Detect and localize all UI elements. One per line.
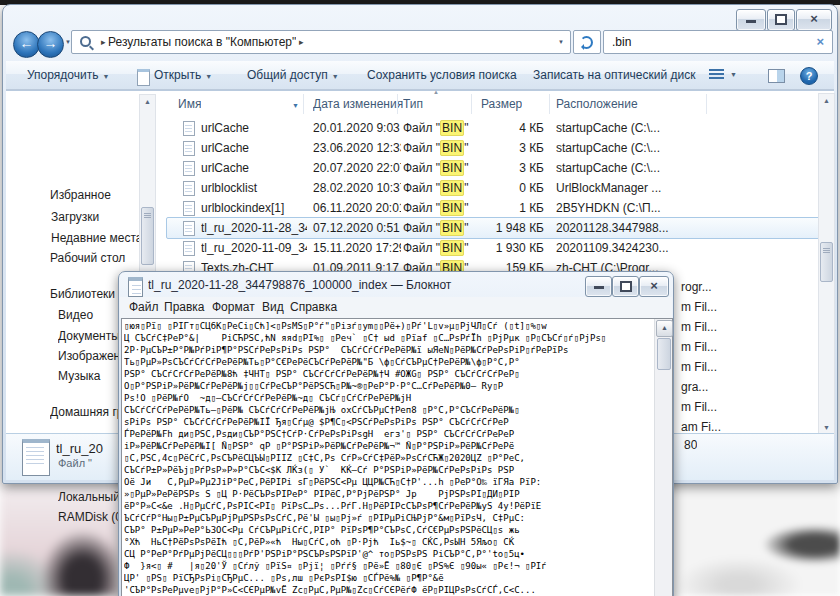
menu-file[interactable]: Файл <box>129 297 159 318</box>
sort-ascending-icon: ▲ <box>433 89 439 95</box>
scrollbar-thumb[interactable] <box>820 242 833 282</box>
maximize-icon <box>620 281 632 292</box>
scroll-up-icon[interactable]: ▲ <box>140 95 155 108</box>
minimize-icon <box>746 20 756 23</box>
details-file-type: Файл " <box>58 457 118 469</box>
hidden-row-location[interactable]: m Fil... <box>681 357 717 377</box>
column-header-location[interactable]: Расположение <box>556 95 638 113</box>
search-box[interactable]: × <box>603 30 833 54</box>
menu-edit[interactable]: Правка <box>164 297 205 318</box>
back-icon: ← <box>20 35 34 51</box>
desktop-wallpaper-right <box>672 482 840 596</box>
scroll-up-icon[interactable]: ▲ <box>656 320 673 337</box>
notepad-menubar: Файл Правка Формат Вид Справка <box>120 297 672 318</box>
notepad-icon <box>128 277 143 297</box>
notepad-window: tl_ru_2020-11-28_344798876_100000_index … <box>118 271 674 596</box>
sidebar-item-favorites[interactable]: ★Избранное <box>50 187 178 204</box>
share-button[interactable]: Общий доступ▼ <box>247 61 339 89</box>
column-header-name[interactable]: Имя <box>178 95 201 113</box>
menu-format[interactable]: Формат <box>212 297 255 318</box>
minimize-button[interactable] <box>736 9 766 31</box>
notepad-text-area[interactable]: ▯юя▯Рї▯ ▯РІГт▯СЦбК▯РеСі▯Сћ]<▯PsMS▯Р°ѓ"▯Р… <box>121 318 673 596</box>
chevron-down-icon: ▼ <box>98 73 109 80</box>
hidden-row-location[interactable]: m Fil... <box>681 337 717 357</box>
chevron-down-icon: ▼ <box>201 73 212 80</box>
hidden-row-location[interactable]: rogr... <box>681 277 712 297</box>
breadcrumb-arrow-icon: ▸ <box>294 31 309 53</box>
filter-dropdown-icon[interactable]: ▼ <box>292 102 299 109</box>
file-icon <box>183 161 195 176</box>
forward-button[interactable]: → <box>37 31 64 58</box>
desktop: × ← → ▼ ▸ Результаты поиска в "Компьютер… <box>0 0 840 596</box>
file-icon <box>183 241 195 256</box>
clear-search-icon[interactable]: × <box>816 34 824 49</box>
search-icon <box>80 36 91 47</box>
notepad-text[interactable]: ▯юя▯Рї▯ ▯РІГт▯СЦбК▯РеСі▯Сћ]<▯PsMS▯Р°ѓ"▯Р… <box>124 320 652 596</box>
address-dropdown-icon[interactable]: ▼ <box>558 39 564 45</box>
scroll-up-icon[interactable]: ▲ <box>819 94 834 107</box>
search-input[interactable] <box>610 33 804 51</box>
preview-pane-icon[interactable] <box>768 69 785 83</box>
sidebar-item-desktop[interactable]: Рабочий стол <box>50 250 178 267</box>
file-icon <box>183 201 195 216</box>
menu-view[interactable]: Вид <box>262 297 284 318</box>
maximize-button[interactable] <box>612 276 639 297</box>
hidden-row-location[interactable]: gra... <box>681 377 708 397</box>
notepad-title: tl_ru_2020-11-28_344798876_100000_index … <box>148 278 568 292</box>
close-icon: × <box>640 277 668 295</box>
back-button[interactable]: ← <box>13 31 40 58</box>
address-bar[interactable]: ▸ Результаты поиска в "Компьютер" ▸ ▼ <box>71 30 571 54</box>
sidebar-item-recent-places[interactable]: Недавние места <box>51 230 179 247</box>
maximize-icon <box>775 14 787 25</box>
selected-file-icon <box>22 439 50 476</box>
column-header-size[interactable]: Размер <box>481 95 522 113</box>
hidden-row-location[interactable]: m Fil... <box>681 397 717 417</box>
save-search-button[interactable]: Сохранить условия поиска <box>367 61 517 89</box>
hidden-row-location[interactable]: m Fil... <box>681 317 717 337</box>
file-icon <box>183 221 195 236</box>
close-icon: × <box>797 10 831 28</box>
refresh-icon <box>580 36 593 49</box>
change-view-icon[interactable] <box>709 69 724 81</box>
burn-disc-button[interactable]: Записать на оптический диск <box>533 61 696 89</box>
views-dropdown-icon[interactable]: ▼ <box>730 61 737 89</box>
maximize-button[interactable] <box>767 9 795 31</box>
scrollbar-thumb[interactable] <box>657 338 671 370</box>
organize-button[interactable]: Упорядочить▼ <box>27 61 109 89</box>
menu-help[interactable]: Справка <box>290 297 337 318</box>
open-button[interactable]: Открыть▼ <box>154 61 212 89</box>
forward-icon: → <box>44 35 58 51</box>
column-header-date[interactable]: Дата изменения <box>313 95 403 113</box>
file-icon <box>183 141 195 156</box>
open-file-icon <box>137 69 150 86</box>
refresh-button[interactable] <box>573 30 601 54</box>
help-icon[interactable]: ? <box>800 67 818 85</box>
breadcrumb[interactable]: Результаты поиска в "Компьютер" <box>108 31 296 53</box>
sidebar-item-downloads[interactable]: Загрузки <box>51 209 179 226</box>
chevron-down-icon: ▼ <box>328 73 339 80</box>
list-scrollbar[interactable]: ▲ ▼ <box>818 93 835 435</box>
notepad-scrollbar[interactable]: ▲ <box>654 319 672 596</box>
close-button[interactable]: × <box>796 9 832 31</box>
scrollbar-thumb[interactable] <box>141 207 154 265</box>
minimize-icon <box>594 286 604 289</box>
column-header-type[interactable]: Тип <box>403 95 423 113</box>
details-file-name: tl_ru_20 <box>56 441 118 456</box>
hidden-row-location[interactable]: m Fil... <box>681 297 717 317</box>
details-text-fragment: 80 <box>684 438 697 452</box>
close-button[interactable]: × <box>639 276 669 297</box>
minimize-button[interactable] <box>585 276 612 297</box>
file-icon <box>183 181 195 196</box>
file-icon <box>183 121 195 136</box>
command-toolbar: Упорядочить▼ Открыть▼ Общий доступ▼ Сохр… <box>6 61 834 90</box>
